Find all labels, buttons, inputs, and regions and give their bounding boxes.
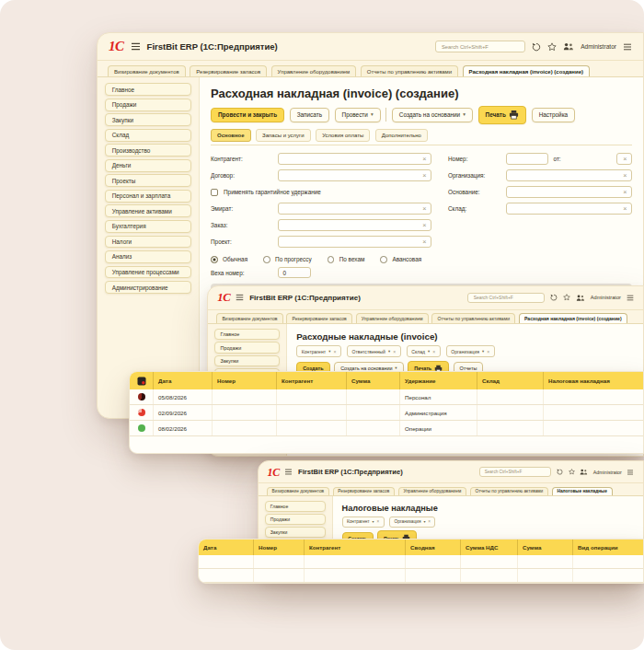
warehouse-input[interactable]: ×	[506, 203, 632, 215]
counterparty-input[interactable]: ×	[278, 153, 431, 165]
menu-icon[interactable]	[131, 42, 141, 51]
radio-regular[interactable]: Обычная	[211, 256, 247, 263]
tab-document-approval[interactable]: Визирование документов	[216, 313, 282, 323]
sidebar-item-main[interactable]: Главное	[265, 501, 327, 512]
order-input[interactable]: ×	[278, 219, 431, 231]
clear-icon[interactable]: ×	[623, 204, 627, 213]
menu-icon[interactable]	[236, 294, 244, 301]
table-row[interactable]	[199, 569, 643, 583]
tab-equipment-management[interactable]: Управление оборудованием	[271, 65, 357, 76]
window-menu-icon[interactable]	[627, 295, 634, 301]
sidebar-item-purchases[interactable]: Закупки	[214, 355, 280, 366]
sidebar-item-sales[interactable]: Продажи	[105, 99, 190, 111]
tab-document-approval[interactable]: Визирование документов	[108, 65, 186, 76]
filter-counterparty[interactable]: Контрагент▾×	[342, 517, 385, 527]
history-icon[interactable]	[550, 294, 558, 301]
users-icon[interactable]	[576, 295, 585, 301]
users-icon[interactable]	[580, 469, 588, 475]
radio-by-milestones[interactable]: По вехам	[328, 256, 365, 263]
column-header-amount[interactable]: Сумма	[347, 372, 400, 389]
column-header-number[interactable]: Номер	[213, 372, 277, 389]
column-header-operation-type[interactable]: Вид операции	[573, 540, 643, 555]
emirate-input[interactable]: ×	[278, 203, 431, 215]
history-icon[interactable]	[557, 469, 563, 475]
star-icon[interactable]	[569, 469, 575, 475]
search-input[interactable]: Search Ctrl+Shift+F	[467, 293, 545, 303]
clear-icon[interactable]: ×	[428, 519, 431, 524]
sidebar-item-sales[interactable]: Продажи	[265, 514, 327, 525]
tab-invoice-create[interactable]: Расходная накладная (invoice) (создание)	[519, 313, 627, 323]
current-user[interactable]: Administrator	[593, 470, 622, 475]
table-row[interactable]: 02/09/2026 Администрация	[130, 405, 643, 421]
tab-stock-reservation[interactable]: Резервирование запасов	[333, 487, 395, 496]
settings-button[interactable]: Настройка	[532, 108, 576, 122]
users-icon[interactable]	[563, 42, 574, 51]
post-and-close-button[interactable]: Провести и закрыть	[211, 108, 284, 122]
tab-stock-reservation[interactable]: Резервирование запасов	[190, 65, 267, 76]
tab-equipment-management[interactable]: Управление оборудованием	[398, 487, 466, 496]
clear-icon[interactable]: ×	[333, 349, 336, 354]
clear-icon[interactable]: ×	[422, 155, 426, 163]
table-row[interactable]: 08/02/2026 Операции	[130, 421, 643, 436]
clear-icon[interactable]: ×	[487, 349, 489, 354]
organization-input[interactable]: ×	[506, 169, 632, 181]
current-user[interactable]: Administrator	[581, 43, 616, 50]
sidebar-item-taxes[interactable]: Налоги	[105, 236, 190, 249]
column-header-counterparty[interactable]: Контрагент	[305, 540, 406, 555]
warranty-retention-checkbox[interactable]	[211, 189, 218, 196]
sidebar-item-purchases[interactable]: Закупки	[105, 113, 190, 126]
tab-stock-reservation[interactable]: Резервирование запасов	[286, 313, 352, 323]
column-header-counterparty[interactable]: Контрагент	[277, 372, 347, 389]
sidebar-item-main[interactable]: Главное	[214, 329, 280, 340]
post-button[interactable]: Провести▾	[335, 108, 381, 122]
print-button[interactable]: Печать	[478, 106, 527, 124]
column-header-retention[interactable]: Удержание	[400, 372, 477, 389]
tab-document-approval[interactable]: Визирование документов	[267, 487, 329, 496]
column-header-consolidated[interactable]: Сводная	[406, 540, 461, 555]
filter-counterparty[interactable]: Контрагент▾×	[296, 345, 341, 357]
search-input[interactable]: Search Ctrl+Shift+F	[435, 41, 526, 52]
sidebar-item-administration[interactable]: Администрирование	[105, 281, 190, 294]
column-header-amount[interactable]: Сумма	[518, 540, 573, 555]
table-row[interactable]: 05/08/2026 Персонал	[130, 389, 643, 405]
tab-invoice-create[interactable]: Расходная накладная (invoice) (создание)	[463, 65, 590, 76]
sidebar-item-warehouse[interactable]: Склад	[105, 129, 190, 142]
sidebar-item-accounting[interactable]: Бухгалтерия	[105, 220, 190, 233]
sidebar-item-money[interactable]: Деньги	[105, 159, 190, 172]
form-tab-goods-services[interactable]: Запасы и услуги	[256, 129, 311, 141]
star-icon[interactable]	[563, 294, 570, 301]
clear-icon[interactable]: ×	[422, 221, 426, 229]
sidebar-item-asset-management[interactable]: Управление активами	[105, 204, 190, 217]
clear-icon[interactable]: ×	[422, 204, 426, 213]
clear-icon[interactable]: ×	[393, 349, 396, 354]
create-based-on-button[interactable]: Создать на основании▾	[392, 108, 473, 122]
date-input[interactable]: ×	[616, 153, 632, 165]
number-input[interactable]	[506, 153, 548, 165]
column-header-date[interactable]: Дата	[199, 540, 254, 555]
sidebar-item-purchases[interactable]: Закупки	[265, 527, 327, 538]
clear-icon[interactable]: ×	[623, 188, 627, 196]
sidebar-item-main[interactable]: Главное	[105, 83, 190, 96]
window-menu-icon[interactable]	[627, 470, 634, 475]
radio-by-progress[interactable]: По прогрессу	[263, 256, 312, 263]
tab-asset-reports[interactable]: Отчеты по управлению активами	[361, 65, 458, 76]
column-header-date[interactable]: Дата	[154, 372, 213, 389]
sidebar-item-projects[interactable]: Проекты	[105, 174, 190, 187]
column-header-vat-amount[interactable]: Сумма НДС	[461, 540, 518, 555]
tab-asset-reports[interactable]: Отчеты по управлению активами	[431, 313, 515, 323]
form-tab-main[interactable]: Основное	[211, 129, 251, 141]
tab-equipment-management[interactable]: Управление оборудованием	[356, 313, 429, 323]
tab-tax-invoices[interactable]: Налоговые накладные	[552, 487, 613, 496]
sidebar-item-sales[interactable]: Продажи	[214, 342, 280, 353]
sidebar-item-analysis[interactable]: Анализ	[105, 250, 190, 263]
milestone-number-input[interactable]: 0	[278, 267, 311, 279]
sidebar-item-hr-payroll[interactable]: Персонал и зарплата	[105, 190, 190, 203]
save-button[interactable]: Записать	[290, 108, 329, 122]
column-header-tax-invoice[interactable]: Налоговая накладная	[544, 372, 643, 389]
clear-icon[interactable]: ×	[422, 238, 426, 246]
contract-input[interactable]: ×	[278, 169, 431, 181]
star-icon[interactable]	[547, 42, 557, 52]
radio-advance[interactable]: Авансовая	[380, 256, 421, 263]
filter-organization[interactable]: Организация▾×	[389, 517, 435, 527]
column-header-warehouse[interactable]: Склад	[477, 372, 544, 389]
